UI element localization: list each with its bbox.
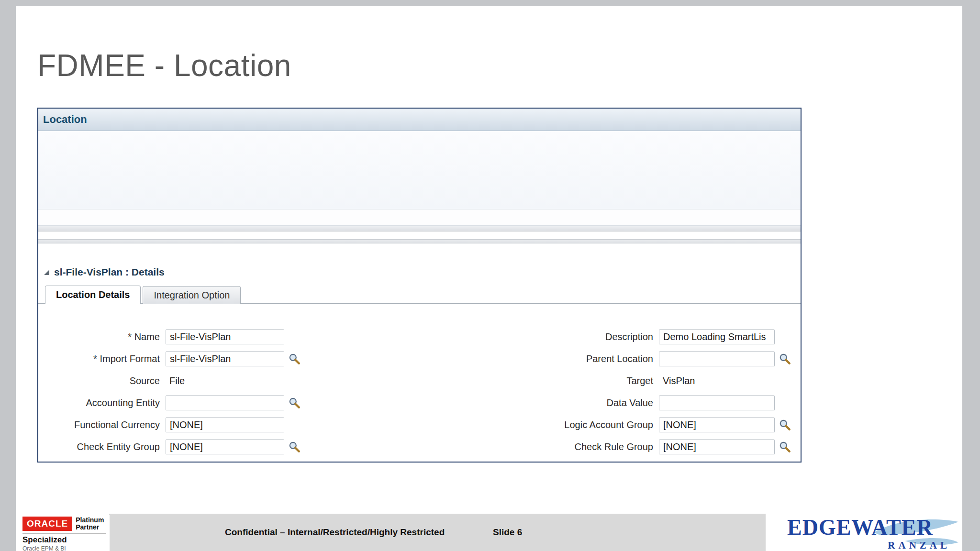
tab-location-details[interactable]: Location Details: [45, 286, 141, 304]
field-label: Target: [426, 375, 653, 386]
field-label: * Import Format: [38, 353, 160, 364]
description-input[interactable]: [659, 330, 775, 344]
form-row-check-entity-group: Check Entity Group: [38, 436, 426, 458]
logic-account-group-input[interactable]: [659, 418, 775, 432]
oracle-logo: ORACLE: [22, 517, 72, 531]
ranzal-wordmark: RANZAL: [787, 540, 952, 551]
oracle-partner-logo: ORACLE Platinum Partner Specialized Orac…: [19, 515, 110, 551]
partner-tier-label: Platinum Partner: [76, 517, 104, 531]
search-lookup-icon[interactable]: [779, 419, 791, 431]
form-row-logic-account-group: Logic Account Group: [426, 414, 801, 436]
form-row-source: Source File: [38, 370, 426, 392]
horizontal-splitter-2[interactable]: [38, 239, 801, 243]
confidential-text: Confidential – Internal/Restricted/Highl…: [225, 514, 445, 551]
check-entity-group-input[interactable]: [166, 440, 284, 454]
check-rule-group-input[interactable]: [659, 440, 775, 454]
source-value: File: [166, 375, 185, 386]
form-row-accounting-entity: Accounting Entity: [38, 392, 426, 414]
disclosure-triangle-icon[interactable]: [44, 270, 49, 275]
details-section-header: sl-File-VisPlan : Details: [44, 265, 801, 279]
field-label: Check Entity Group: [38, 441, 160, 452]
parent-location-input[interactable]: [659, 352, 775, 366]
tab-bar: Location Details Integration Option: [38, 286, 801, 304]
location-grid-empty: [38, 131, 801, 209]
import-format-input[interactable]: [166, 352, 284, 366]
field-label: Data Value: [426, 397, 653, 408]
functional-currency-input[interactable]: [166, 418, 284, 432]
search-lookup-icon[interactable]: [288, 441, 301, 453]
search-lookup-icon[interactable]: [779, 441, 791, 453]
data-value-input[interactable]: [659, 396, 775, 410]
field-label: Logic Account Group: [426, 419, 653, 430]
fdmee-location-panel: Location sl-File-VisPlan : Details Locat…: [37, 108, 802, 463]
form-row-check-rule-group: Check Rule Group: [426, 436, 801, 458]
presentation-slide: FDMEE - Location Location sl-File-VisPla…: [16, 6, 962, 551]
form-column-right: Description Parent Location Target VisPl…: [426, 326, 801, 458]
edgewater-ranzal-logo: EDGEWATER RANZAL: [787, 516, 952, 549]
details-title: sl-File-VisPlan : Details: [54, 266, 165, 278]
name-input[interactable]: [166, 330, 284, 344]
accounting-entity-input[interactable]: [166, 396, 284, 410]
form-column-left: * Name * Import Format Source File Accou…: [38, 326, 426, 458]
slide-footer: ORACLE Platinum Partner Specialized Orac…: [16, 514, 962, 551]
panel-gap: [38, 231, 801, 239]
search-lookup-icon[interactable]: [779, 353, 791, 365]
page-title: FDMEE - Location: [37, 50, 291, 81]
field-label: Accounting Entity: [38, 397, 160, 408]
specialized-label: Specialized: [22, 533, 106, 545]
location-details-form: * Name * Import Format Source File Accou…: [38, 304, 801, 458]
form-row-target: Target VisPlan: [426, 370, 801, 392]
edgewater-wordmark: EDGEWATER: [787, 516, 952, 539]
horizontal-splitter[interactable]: [38, 226, 801, 231]
search-lookup-icon[interactable]: [288, 353, 301, 365]
form-row-data-value: Data Value: [426, 392, 801, 414]
field-label: * Name: [38, 331, 160, 342]
form-row-name: * Name: [38, 326, 426, 348]
form-row-functional-currency: Functional Currency: [38, 414, 426, 436]
form-row-description: Description: [426, 326, 801, 348]
field-label: Functional Currency: [38, 419, 160, 430]
location-grid-footer-band: [38, 209, 801, 226]
oracle-focus-label: Oracle EPM & BI: [22, 545, 106, 551]
field-label: Source: [38, 375, 160, 386]
slide-number: Slide 6: [493, 514, 522, 551]
field-label: Description: [426, 331, 653, 342]
search-lookup-icon[interactable]: [288, 397, 301, 409]
field-label: Check Rule Group: [426, 441, 653, 452]
form-row-parent-location: Parent Location: [426, 348, 801, 370]
location-panel-title: Location: [43, 113, 87, 126]
location-panel-header: Location: [38, 109, 801, 131]
field-label: Parent Location: [426, 353, 653, 364]
form-row-import-format: * Import Format: [38, 348, 426, 370]
tab-integration-option[interactable]: Integration Option: [143, 286, 241, 304]
oracle-logo-row: ORACLE Platinum Partner: [22, 517, 106, 531]
target-value: VisPlan: [659, 375, 695, 386]
